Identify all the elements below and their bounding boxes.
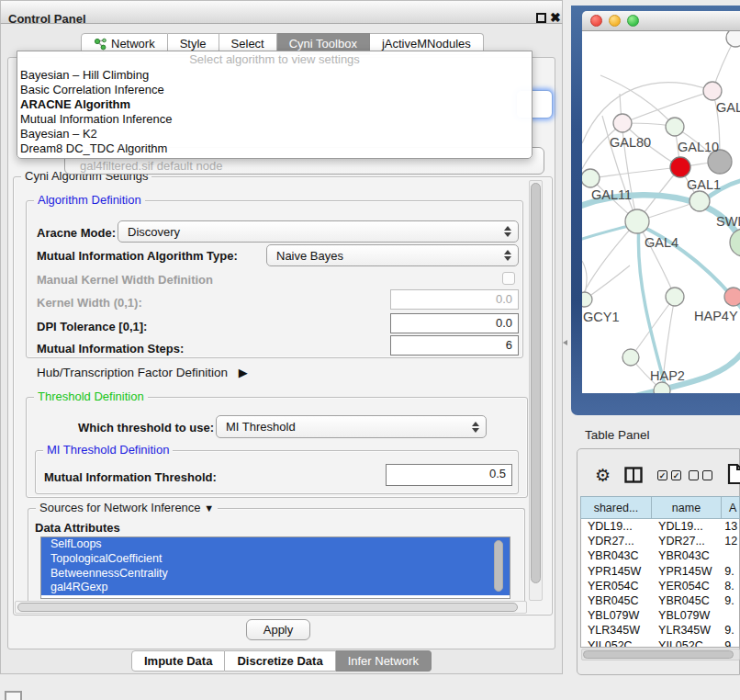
select-all-columns-icon[interactable]: ✓✓ xyxy=(657,470,681,480)
import-table-icon[interactable] xyxy=(727,463,740,485)
float-window-icon[interactable] xyxy=(536,13,546,23)
expand-right-icon: ▶ xyxy=(239,366,248,379)
node-table[interactable]: shared... name A YDL19...YDL19...13 YDR2… xyxy=(580,496,740,648)
table-hscrollbar-thumb[interactable] xyxy=(583,650,734,659)
dropdown-item[interactable]: Bayesian – Hill Climbing xyxy=(17,68,532,83)
tab-impute-data[interactable]: Impute Data xyxy=(131,650,225,672)
zoom-traffic-light-icon[interactable] xyxy=(627,15,639,27)
kernel-width-label: Kernel Width (0,1): xyxy=(37,296,142,310)
table-row[interactable]: YPR145WYPR145W9. xyxy=(581,564,739,579)
manual-kernel-checkbox[interactable] xyxy=(502,272,515,285)
list-item[interactable]: SelfLoops xyxy=(41,537,510,552)
mi-type-combo[interactable]: Naive Bayes xyxy=(266,244,519,266)
node[interactable] xyxy=(726,31,740,47)
dropdown-item[interactable]: Basic Correlation Inference xyxy=(17,83,532,97)
dropdown-item[interactable]: Bayesian – K2 xyxy=(17,127,532,141)
node-label: GAL11 xyxy=(591,187,632,202)
node-label: GAL1 xyxy=(687,177,721,192)
column-header[interactable]: name xyxy=(652,496,722,519)
table-row[interactable]: YDR27...YDR27...12 xyxy=(581,534,739,548)
network-canvas[interactable]: GAL GAL80 GAL10 GAL1 GAL11 GAL4 SWI4 GCY… xyxy=(582,31,740,393)
network-node-labels: GAL GAL80 GAL10 GAL1 GAL11 GAL4 SWI4 GCY… xyxy=(583,100,740,383)
manual-kernel-label: Manual Kernel Width Definition xyxy=(37,273,213,287)
node[interactable] xyxy=(703,82,722,100)
dropdown-item[interactable]: Mutual Information Inference xyxy=(17,112,532,127)
hub-definition-expander[interactable]: Hub/Transcription Factor Definition ▶ xyxy=(37,366,248,379)
node[interactable] xyxy=(622,349,639,366)
column-header[interactable]: A xyxy=(722,496,740,519)
table-body[interactable]: YDL19...YDL19...13 YDR27...YDR27...12 YB… xyxy=(580,519,740,648)
combo-spinner-icon xyxy=(504,226,511,237)
node[interactable] xyxy=(613,114,632,132)
column-header[interactable]: shared... xyxy=(580,496,652,519)
list-item[interactable]: TopologicalCoefficient xyxy=(41,552,510,567)
mi-steps-field[interactable]: 6 xyxy=(390,335,519,356)
bottom-tab-bar: Impute Data Discretize Data Infer Networ… xyxy=(131,650,432,672)
mi-threshold-group-title: MI Threshold Definition xyxy=(43,443,173,457)
node[interactable] xyxy=(654,382,670,393)
table-row[interactable]: YER054CYER054C8. xyxy=(581,579,739,593)
which-threshold-label: Which threshold to use: xyxy=(78,421,214,435)
combo-spinner-icon xyxy=(504,250,511,261)
table-header-row: shared... name A xyxy=(580,496,740,519)
table-hscrollbar[interactable] xyxy=(581,649,740,660)
node[interactable] xyxy=(730,229,740,256)
aracne-mode-combo[interactable]: Discovery xyxy=(118,220,519,243)
node[interactable] xyxy=(625,209,649,233)
node[interactable] xyxy=(666,288,684,306)
dropdown-item-selected[interactable]: ARACNE Algorithm xyxy=(17,97,532,112)
mi-type-label: Mutual Information Algorithm Type: xyxy=(37,249,238,263)
node-label: GAL10 xyxy=(678,140,719,154)
gear-icon[interactable]: ⚙ xyxy=(595,465,611,485)
table-row[interactable]: YLR345WYLR345W9. xyxy=(581,623,739,638)
node-label: GAL80 xyxy=(610,135,651,150)
tab-discretize-data[interactable]: Discretize Data xyxy=(225,650,335,672)
table-row[interactable]: YBR043CYBR043C xyxy=(581,548,739,563)
minimized-panel-icon[interactable] xyxy=(5,691,22,700)
list-item[interactable]: gal4RGexp xyxy=(41,581,510,595)
settings-hscrollbar[interactable] xyxy=(15,601,527,614)
kernel-width-field[interactable]: 0.0 xyxy=(390,289,519,310)
node[interactable] xyxy=(666,118,684,136)
aracne-mode-label: Aracne Mode: xyxy=(37,226,116,240)
node-selected-red[interactable] xyxy=(670,157,690,177)
table-row[interactable]: YBR045CYBR045C9. xyxy=(581,593,739,608)
node[interactable] xyxy=(582,169,600,187)
node-label: GAL xyxy=(716,100,740,115)
which-threshold-combo[interactable]: MI Threshold xyxy=(216,415,487,438)
close-traffic-light-icon[interactable] xyxy=(590,15,602,27)
deselect-all-columns-icon[interactable] xyxy=(689,470,712,480)
split-columns-icon[interactable] xyxy=(624,467,643,483)
dropdown-item[interactable]: Dream8 DC_TDC Algorithm xyxy=(17,141,532,156)
network-window-titlebar[interactable] xyxy=(582,11,740,31)
node[interactable] xyxy=(582,292,592,307)
dpi-tolerance-label: DPI Tolerance [0,1]: xyxy=(37,320,147,333)
settings-hscrollbar-thumb[interactable] xyxy=(17,603,518,612)
network-edges-thick xyxy=(582,180,740,393)
table-row[interactable]: YBL079WYBL079W xyxy=(581,608,739,623)
table-row[interactable]: YIL052CYIL052C9 xyxy=(581,638,739,649)
sources-group-title[interactable]: Sources for Network Inference ▼ xyxy=(36,501,218,514)
close-icon[interactable]: ✖ xyxy=(550,10,561,25)
combo-spinner-icon xyxy=(472,422,479,433)
data-attributes-label: Data Attributes xyxy=(35,521,120,535)
node-label: GCY1 xyxy=(583,310,620,324)
apply-button[interactable]: Apply xyxy=(246,619,310,640)
dpi-tolerance-field[interactable]: 0.0 xyxy=(390,313,519,333)
settings-vscrollbar[interactable] xyxy=(529,180,543,601)
splitter-grip-icon[interactable] xyxy=(563,340,568,346)
table-row[interactable]: YDL19...YDL19...13 xyxy=(581,519,739,534)
node-label: GAL4 xyxy=(645,235,678,250)
data-attributes-list[interactable]: SelfLoops TopologicalCoefficient Between… xyxy=(40,536,510,599)
settings-vscrollbar-thumb[interactable] xyxy=(531,183,541,583)
algorithm-dropdown-popup: Select algorithm to view settings Bayesi… xyxy=(17,51,533,159)
node[interactable] xyxy=(690,191,710,211)
tab-infer-network[interactable]: Infer Network xyxy=(336,650,432,672)
mi-threshold-field[interactable]: 0.5 xyxy=(386,464,512,486)
node[interactable] xyxy=(724,288,740,306)
list-item[interactable]: BetweennessCentrality xyxy=(41,567,510,581)
minimize-traffic-light-icon[interactable] xyxy=(609,15,621,27)
collapse-down-icon: ▼ xyxy=(204,502,214,514)
network-icon xyxy=(94,38,107,51)
list-vscrollbar-thumb[interactable] xyxy=(494,540,503,592)
